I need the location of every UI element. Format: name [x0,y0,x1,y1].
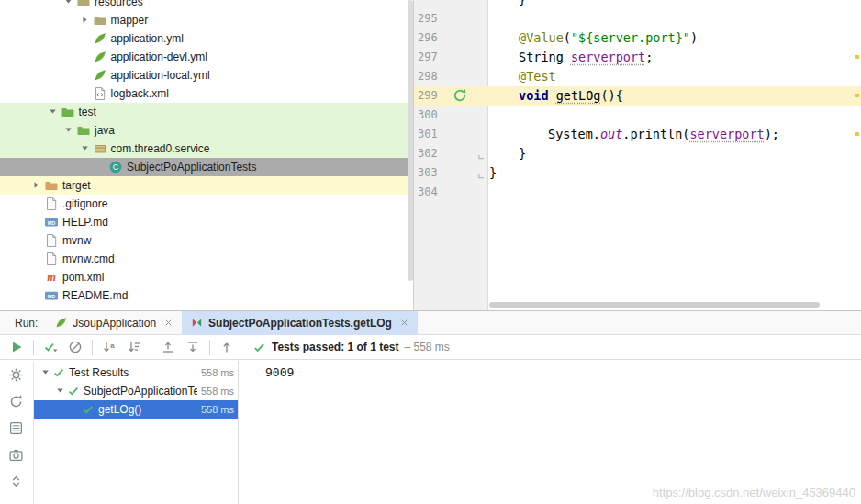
scroll-to-end-icon[interactable] [8,474,25,490]
code-line[interactable]: 299void getLOg(){ [414,86,861,106]
tree-row[interactable]: CSubjectPoApplicationTests [0,158,413,176]
tree-row[interactable]: mpom.xml [0,268,413,286]
line-number: 302 [418,144,447,163]
code-line[interactable]: } [414,0,861,9]
run-panel-body: Test Results558 msSubjectPoApplicationTe… [0,361,861,504]
tree-item-label: java [95,124,115,137]
test-console[interactable]: 9009 [239,361,861,504]
fold-marker-icon[interactable] [477,150,486,159]
tree-row[interactable]: application-local.yml [0,66,413,84]
toolbar-separator [209,340,210,355]
code-editor[interactable]: }295296@Value("${server.port}")297String… [413,0,861,310]
md-icon: MD [44,288,59,303]
tree-item-label: SubjectPoApplicationTests [127,161,256,174]
code-line[interactable]: 296@Value("${server.port}") [414,28,861,48]
md-icon: MD [44,215,59,230]
ide-window: resourcesmapperapplication.ymlapplicatio… [0,0,861,504]
chevron-down-icon[interactable] [39,366,52,379]
rerun-play-icon[interactable] [8,340,25,354]
tree-row[interactable]: java [0,121,413,140]
tree-row[interactable]: logback.xml [0,84,413,103]
close-icon[interactable] [163,318,173,328]
tree-row[interactable]: target [0,176,413,195]
fold-marker-icon[interactable] [477,169,486,178]
code-text[interactable]: } [519,0,526,9]
tree-row[interactable]: test [0,103,413,121]
test-history-icon[interactable] [8,420,25,437]
watermark: https://blog.csdn.net/weixin_45369440 [653,486,855,499]
code-text[interactable]: String serverport; [519,48,653,67]
test-tree-row[interactable]: Test Results558 ms [34,364,238,382]
tree-row[interactable]: MDREADME.md [0,286,413,305]
previous-occurrence-icon[interactable] [218,340,235,354]
code-text[interactable]: @Test [519,67,556,86]
close-icon[interactable] [399,318,409,328]
chevron-down-icon[interactable] [79,142,91,154]
chevron-right-icon[interactable] [79,14,91,26]
test-duration: 558 ms [201,404,234,415]
tree-row[interactable]: com.thread0.service [0,140,413,158]
code-text[interactable]: } [519,144,526,163]
tree-row[interactable]: resources [0,0,413,11]
settings-icon[interactable] [8,367,25,384]
tree-item-label: mvnw [62,234,91,247]
svg-text:MD: MD [48,294,56,299]
run-tab-bar: Run: JsoupApplicationSubjectPoApplicatio… [0,311,861,335]
tree-row[interactable]: mapper [0,11,413,29]
code-line[interactable]: 303} [414,163,861,183]
run-tab[interactable]: JsoupApplication [46,311,182,335]
code-line[interactable]: 300 [414,106,861,125]
tree-item-label: com.thread0.service [111,142,210,155]
expand-all-icon[interactable] [184,340,201,354]
tree-item-label: application-local.yml [111,69,210,82]
tree-item-label: .gitignore [62,197,107,210]
warning-stripe-mark[interactable] [855,94,859,97]
file-icon [44,196,59,211]
chevron-down-icon[interactable] [47,106,59,118]
chevron-down-icon[interactable] [62,0,74,7]
code-line[interactable]: 302} [414,144,861,163]
tree-row[interactable]: mvnw [0,231,413,250]
chevron-down-icon[interactable] [54,385,67,398]
snapshot-icon[interactable] [8,447,25,464]
tree-row[interactable]: application-devl.yml [0,48,413,66]
rerun-automatically-icon[interactable] [8,394,25,410]
test-node-label: Test Results [69,366,197,379]
junit-icon [190,316,204,330]
line-number: 295 [418,9,447,28]
code-text[interactable]: } [489,163,497,183]
code-line[interactable]: 304 [414,183,861,202]
tree-row[interactable]: .gitignore [0,195,413,213]
code-text[interactable]: @Value("${server.port}") [519,28,698,48]
code-text[interactable]: System.out.println(serverport); [548,125,779,144]
code-line[interactable]: 298@Test [414,67,861,86]
collapse-all-icon[interactable] [160,340,176,354]
code-line[interactable]: 295 [414,9,861,28]
spring-icon [93,31,107,46]
sort-by-duration-icon[interactable] [126,340,142,354]
tree-row[interactable]: mvnw.cmd [0,250,413,268]
class-icon: C [108,160,123,174]
warning-stripe-mark[interactable] [855,132,859,136]
test-tree-row[interactable]: SubjectPoApplicationTests558 ms [34,382,238,400]
test-duration: 558 ms [201,386,234,397]
svg-text:C: C [113,162,119,172]
tree-row[interactable]: MDHELP.md [0,213,413,231]
test-tree-row[interactable]: getLOg()558 ms [34,400,238,419]
code-text[interactable]: void getLOg(){ [519,86,623,106]
chevron-down-icon[interactable] [62,124,74,136]
tree-item-label: resources [95,0,143,8]
run-left-toolbar [0,361,34,504]
ignored-filter-icon[interactable] [67,340,84,354]
code-line[interactable]: 297String serverport; [414,48,861,67]
tree-row[interactable]: application.yml [0,29,413,48]
passed-filter-check-icon[interactable] [42,340,59,354]
spring-icon [93,68,107,83]
chevron-right-icon[interactable] [30,179,42,191]
warning-stripe-mark[interactable] [855,55,859,59]
sort-alphabetically-icon[interactable]: a [101,340,117,354]
editor-horizontal-scrollbar[interactable] [489,302,820,308]
run-tab[interactable]: SubjectPoApplicationTests.getLOg [182,311,418,335]
code-line[interactable]: 301System.out.println(serverport); [414,125,861,144]
rerun-test-icon[interactable] [453,88,467,103]
